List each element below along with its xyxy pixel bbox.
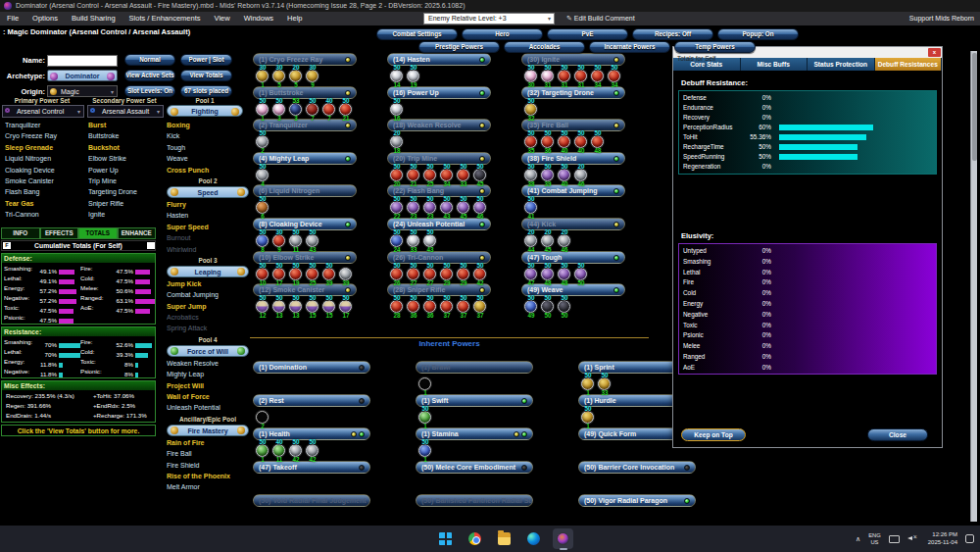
enh-slot[interactable]: 501 [255,440,271,461]
enh-slot[interactable]: 2046 [557,230,573,251]
pool1-select[interactable]: Fighting [167,105,243,117]
power-led-yellow[interactable] [613,57,619,63]
power-6-liquid-nitrogen[interactable]: (6) Liquid Nitrogen506 [253,184,357,217]
pool-select-fire-mastery[interactable]: Fire Mastery [167,425,249,436]
slots-placed-button[interactable]: 67 slots placed [180,85,232,97]
power-bar[interactable]: (1) Brawl [416,361,533,374]
power-item-sleep-grenade[interactable]: Sleep Grenade [5,142,87,153]
enh-slot[interactable]: 5022 [389,197,406,218]
enh-slot[interactable]: 5023 [422,197,439,218]
edit-build-comment-button[interactable]: Edit Build Comment [566,12,635,25]
power-1-health[interactable]: (1) Health501401150425042 [253,427,370,460]
power-led-yellow[interactable] [514,431,519,437]
power-item-fire-shield[interactable]: Fire Shield [167,460,249,471]
keep-on-top-button[interactable]: Keep on Top [681,428,746,441]
button-prestige-powers[interactable]: Prestige Powers [418,41,500,53]
enh-slot[interactable]: 508 [255,230,271,251]
enh-slot[interactable]: 5017 [271,264,288,284]
tab-totals[interactable]: TOTALS [78,227,118,239]
power-2-tranquilizer[interactable]: (2) Tranquilizer502 [253,119,357,151]
power-14-hasten[interactable]: (14) Hasten50145019 [387,53,491,85]
enh-slot[interactable]: 501 [580,407,597,427]
power-item-flash-bang[interactable]: Flash Bang [5,186,87,197]
power-item-super-jump[interactable]: Super Jump [167,301,249,312]
touch-keyboard-icon[interactable] [889,535,900,543]
enh-slot[interactable]: 309 [271,230,288,251]
close-button[interactable]: Close [867,428,928,441]
power-item-ignite[interactable]: Ignite [88,209,171,220]
enh-slot[interactable]: 5040 [557,131,573,152]
enh-slot[interactable]: 5035 [523,131,540,152]
power-led-dark[interactable] [684,465,690,471]
power-49-weave[interactable]: (49) Weave504950505050 [521,283,625,316]
power-led-green[interactable] [613,90,619,96]
power-led-yellow[interactable] [479,123,485,128]
enh-slot[interactable]: 5033 [456,165,472,185]
power-led-yellow[interactable] [345,57,351,63]
e-button[interactable] [147,242,155,249]
enh-slot[interactable]: 5048 [590,131,607,152]
power-led-dark[interactable] [521,465,527,471]
enh-slot[interactable]: 2044 [523,230,540,251]
enh-slot[interactable]: 301 [255,66,271,86]
power-led-dark[interactable] [359,365,365,371]
power-item-melt-armor[interactable]: Melt Armor [167,481,249,492]
enh-slot[interactable]: 5029 [439,264,456,284]
enh-slot[interactable]: 5050 [540,296,557,317]
power-50-banished-pantheon-radial-superio[interactable]: (50) Banished Pantheon Radial Superio [416,494,533,527]
power-item-kick[interactable]: Kick [167,130,249,141]
enh-slot[interactable]: 5042 [305,440,321,461]
power-led-yellow[interactable] [613,123,619,128]
power-35-fire-ball[interactable]: (35) Fire Ball50355036504050405048 [521,119,625,151]
enh-slot[interactable]: 502 [255,131,271,152]
enh-slot[interactable]: 5040 [557,165,573,185]
enh-slot[interactable]: 533 [288,99,305,120]
tray-chevron-icon[interactable] [856,535,860,543]
enh-slot[interactable]: 5037 [472,296,489,317]
enh-slot[interactable]: 5023 [406,197,422,218]
menu-help[interactable]: Help [280,12,309,25]
power-16-power-up[interactable]: (16) Power Up5016 [387,86,491,119]
enh-slot[interactable]: 5019 [288,264,305,284]
power-item-smoke-canister[interactable]: Smoke Canister [5,176,87,186]
power-item-power-up[interactable]: Power Up [88,165,171,176]
power-12-smoke-canister[interactable]: (12) Smoke Canister501250135013501550155… [253,283,357,316]
power-38-fire-shield[interactable]: (38) Fire Shield5038503950402046 [521,152,625,184]
power-item-hasten[interactable]: Hasten [167,210,249,221]
power-item-cloaking-device[interactable]: Cloaking Device [5,165,87,176]
enh-slot[interactable]: 5036 [406,296,422,317]
enh-slot[interactable]: 5010 [255,264,271,284]
enh-slot[interactable]: 504 [255,165,271,185]
enh-slot[interactable]: 5034 [439,165,456,185]
enh-slot[interactable]: 5048 [540,264,557,284]
enh-slot[interactable]: 501 [417,440,434,461]
menu-windows[interactable]: Windows [237,12,280,25]
menu-build-sharing[interactable]: Build Sharing [65,12,122,25]
enh-slot[interactable]: 5021 [406,165,422,185]
enh-slot[interactable]: 5024 [389,230,406,251]
enh-slot[interactable]: 501 [580,374,597,394]
button-accolades[interactable]: Accolades [504,41,585,53]
power-led-green[interactable] [359,431,365,437]
enh-slot[interactable]: 5025 [422,165,439,185]
enh-slot[interactable]: 5050 [557,296,573,317]
enh-slot[interactable]: 5011 [288,230,305,251]
power-item-burst[interactable]: Burst [88,120,171,130]
power-item-fire-ball[interactable]: Fire Ball [167,448,249,459]
enh-slot[interactable]: 5021 [338,99,355,120]
slot-levels-button[interactable]: Slot Levels: On [124,85,175,97]
power-1-buttstroke[interactable]: (1) Buttstroke5015035335074075021 [253,86,357,119]
power-led-yellow[interactable] [345,123,351,128]
power-led-green[interactable] [345,222,351,227]
enh-slot[interactable]: 5036 [540,131,557,152]
power-led-yellow[interactable] [613,222,619,227]
button-recipes-off[interactable]: Recipes: Off [632,28,713,40]
power-24-unleash-potential[interactable]: (24) Unleash Potential502450335043 [387,218,491,250]
power-30-ignite[interactable]: (30) Ignite503050315031503150345034 [521,53,625,85]
power-led-green[interactable] [479,57,485,63]
power-item-burnout[interactable]: Burnout [167,232,249,243]
menu-slots-enhancements[interactable]: Slots / Enhancements [122,12,208,25]
f-button[interactable]: F [3,242,11,249]
power-slot-button[interactable]: Power | Slot [180,54,232,66]
start-button[interactable] [435,528,456,549]
